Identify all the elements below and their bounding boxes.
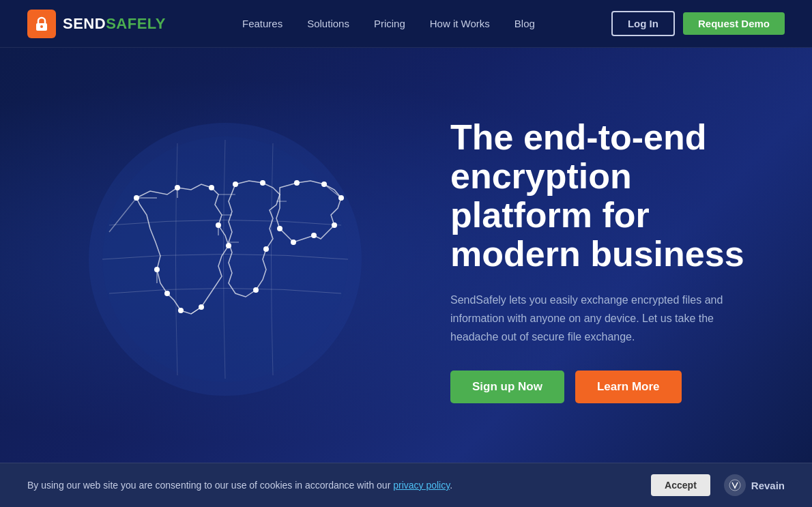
logo-icon [27, 10, 56, 38]
svg-point-11 [233, 182, 238, 187]
nav-item-solutions[interactable]: Solutions [307, 18, 349, 30]
hero-content: The end-to-end encryption platform for m… [409, 118, 757, 403]
svg-point-18 [178, 308, 184, 313]
nav-actions: Log In Request Demo [611, 11, 785, 36]
nav-item-pricing[interactable]: Pricing [374, 18, 405, 30]
svg-point-26 [291, 240, 296, 245]
svg-point-24 [332, 222, 337, 228]
svg-point-13 [294, 180, 300, 186]
request-demo-button[interactable]: Request Demo [683, 12, 785, 35]
hero-buttons: Sign up Now Learn More [450, 371, 757, 403]
nav-item-blog[interactable]: Blog [514, 18, 535, 30]
nav-link-features[interactable]: Features [242, 18, 282, 29]
learn-more-button[interactable]: Learn More [575, 371, 682, 403]
svg-point-25 [311, 233, 317, 238]
nav-link-how-it-works[interactable]: How it Works [430, 18, 490, 29]
svg-point-19 [164, 291, 170, 296]
nav-item-how-it-works[interactable]: How it Works [430, 18, 490, 30]
hero-title: The end-to-end encryption platform for m… [450, 118, 757, 274]
nav-links: Features Solutions Pricing How it Works … [242, 18, 535, 30]
svg-point-3 [102, 136, 348, 382]
nav-link-solutions[interactable]: Solutions [307, 18, 349, 29]
svg-point-22 [253, 287, 259, 293]
lock-icon [33, 15, 50, 33]
cookie-banner: By using our web site you are consenting… [0, 463, 812, 474]
logo-link[interactable]: SENDSAFELY [27, 10, 166, 38]
globe-svg [55, 89, 396, 430]
nav-link-pricing[interactable]: Pricing [374, 18, 405, 29]
svg-point-10 [209, 185, 214, 190]
login-button[interactable]: Log In [611, 11, 675, 36]
svg-point-1 [40, 25, 43, 28]
svg-point-12 [260, 180, 265, 186]
logo-text: SENDSAFELY [63, 15, 166, 33]
svg-point-27 [277, 226, 282, 231]
hero-globe-graphic [55, 89, 409, 433]
signup-button[interactable]: Sign up Now [450, 371, 564, 403]
nav-item-features[interactable]: Features [242, 18, 282, 30]
nav-link-blog[interactable]: Blog [514, 18, 535, 29]
hero-subtitle: SendSafely lets you easily exchange encr… [450, 291, 757, 347]
svg-point-16 [226, 243, 231, 248]
hero-section: The end-to-end encryption platform for m… [0, 48, 812, 474]
navbar: SENDSAFELY Features Solutions Pricing Ho… [0, 0, 812, 48]
svg-point-21 [263, 246, 269, 252]
